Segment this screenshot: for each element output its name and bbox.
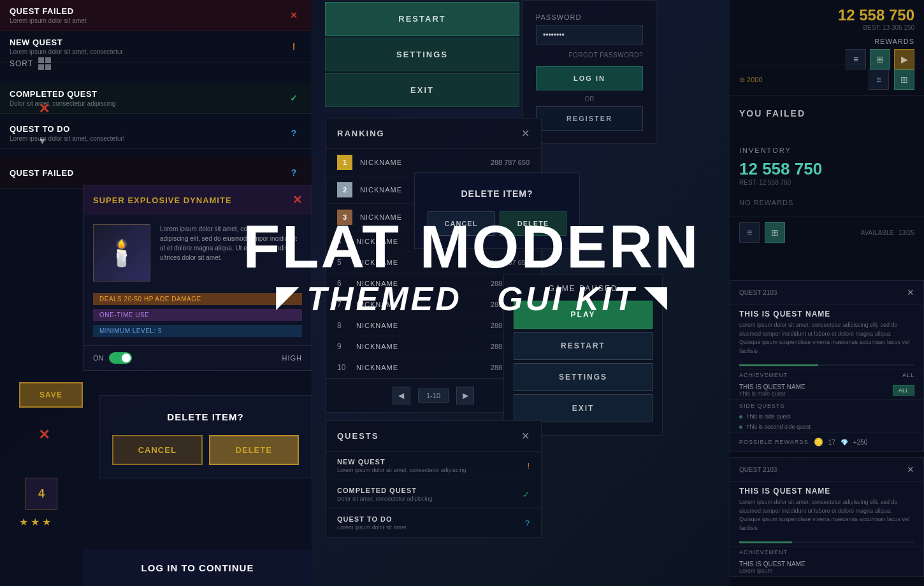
quests-close-button[interactable]: ✕ xyxy=(521,430,530,442)
left-panel: QUEST FAILED Lorem ipsum dolor sit amet … xyxy=(0,0,312,586)
quest-detail-header: QUEST 2103 ✕ xyxy=(730,281,923,304)
icons-row: ⊕ 2000 ≡ ⊞ xyxy=(730,64,924,96)
delete-button[interactable]: DELETE xyxy=(209,435,300,465)
check-icon: ✓ xyxy=(285,89,303,107)
quest-close-button2[interactable]: ✕ xyxy=(907,464,914,475)
rank-badge-silver: 2 xyxy=(337,182,352,197)
list-icon2[interactable]: ≡ xyxy=(869,69,889,90)
quest-close-button[interactable]: ✕ xyxy=(907,287,914,297)
menu-panel: RESTART SETTINGS EXIT xyxy=(325,0,519,109)
list-item[interactable]: COMPLETED QUEST Dolor sit amet, consecte… xyxy=(326,480,541,509)
progress-fill2 xyxy=(739,541,792,543)
game-paused-panel: GAME PAUSED PLAY RESTART SETTINGS EXIT xyxy=(503,274,663,436)
right-panel: 12 558 750 BEST: 13 306 150 REWARDS ≡ ⊞ … xyxy=(730,0,924,586)
cancel-button[interactable]: CANCEL xyxy=(112,435,203,465)
grid-icon3[interactable]: ⊞ xyxy=(765,222,785,243)
exit-button[interactable]: EXIT xyxy=(325,73,519,107)
quests-panel: QUESTS ✕ NEW QUEST Lorem ipsum dolor sit… xyxy=(325,420,542,538)
play-button[interactable]: PLAY xyxy=(514,301,653,329)
list-item[interactable]: This is second side quest xyxy=(730,422,923,432)
toggle-knob xyxy=(122,354,131,362)
list-item[interactable]: This is side quest xyxy=(730,411,923,422)
stars-row: ★ ★ ★ xyxy=(19,516,51,528)
restart-button[interactable]: RESTART xyxy=(325,2,519,36)
coin-icon: 🪙 xyxy=(814,438,823,447)
close-icon[interactable]: ✕ xyxy=(38,101,50,117)
right-icons-row2: ≡ ⊞ AVAILABLE 13/25 xyxy=(730,217,924,248)
question-icon2: ? xyxy=(285,164,303,182)
save-button[interactable]: SAVE xyxy=(19,382,83,408)
star-icon: ★ xyxy=(31,516,40,528)
check-icon: ✓ xyxy=(523,490,530,499)
delete-buttons: CANCEL DELETE xyxy=(428,211,567,236)
register-button[interactable]: REGISTER xyxy=(536,106,643,131)
item-tags: DEALS 20-50 HP AOE DAMAGE ONE-TIME USE M… xyxy=(83,291,312,345)
you-failed-panel: YOU FAILED xyxy=(730,99,924,128)
achievement-row2: THIS IS QUEST NAME Lorem ipsum xyxy=(730,558,923,576)
rank-badge-bronze: 3 xyxy=(337,210,352,225)
grid-icon[interactable] xyxy=(38,57,52,70)
quests-header: QUESTS ✕ xyxy=(326,421,541,452)
list-item[interactable]: QUEST FAILED Lorem ipsum dolor sit amet … xyxy=(0,0,312,31)
ranking-close-button[interactable]: ✕ xyxy=(521,127,530,139)
grid-icon2[interactable]: ⊞ xyxy=(894,69,914,90)
password-input[interactable] xyxy=(536,25,643,45)
available-label: AVAILABLE 13/25 xyxy=(861,229,914,236)
dot-icon xyxy=(739,415,742,418)
prev-page-button[interactable]: ◀ xyxy=(393,387,410,404)
item-detail-header: SUPER EXPLOSIVE DYNAMITE ✕ xyxy=(83,185,312,215)
side-quests-section: SIDE QUESTS xyxy=(730,399,923,411)
achievement-badge[interactable]: ALL xyxy=(893,385,914,396)
progress-bar xyxy=(739,364,914,366)
login-panel: PASSWORD FORGOT PASSWORD? LOG IN OR REGI… xyxy=(523,0,656,144)
progress-fill xyxy=(739,364,818,366)
settings-paused-button[interactable]: SETTINGS xyxy=(514,363,653,391)
exit-paused-button[interactable]: EXIT xyxy=(514,394,653,422)
item-icon: 🕯️ xyxy=(106,238,138,268)
cancel-button-center[interactable]: CANCEL xyxy=(428,211,494,236)
delete-dialog-center: DELETE ITEM? CANCEL DELETE xyxy=(414,172,580,249)
toggle-switch[interactable] xyxy=(109,352,132,364)
dot-icon xyxy=(739,425,742,429)
list-icon3[interactable]: ≡ xyxy=(739,222,760,243)
quest-detail-right: QUEST 2103 ✕ THIS IS QUEST NAME Lorem ip… xyxy=(730,280,924,452)
rank-badge-gold: 1 xyxy=(337,155,352,170)
star-icon: ★ xyxy=(42,516,51,528)
quest-detail-right2: QUEST 2103 ✕ THIS IS QUEST NAME Lorem ip… xyxy=(730,457,924,577)
quest-detail-header2: QUEST 2103 ✕ xyxy=(730,458,923,482)
center-panel: RESTART SETTINGS EXIT PASSWORD FORGOT PA… xyxy=(325,0,726,586)
coin-count: ⊕ 2000 xyxy=(739,76,763,84)
delete-dialog: DELETE ITEM? CANCEL DELETE xyxy=(99,395,312,478)
question-icon: ? xyxy=(525,518,530,528)
question-icon: ? xyxy=(285,124,303,142)
list-item[interactable]: QUEST TO DO Lorem ipsum dolor sit amet ? xyxy=(326,509,541,538)
failed-icon: ✕ xyxy=(285,6,303,24)
delete-button-center[interactable]: DELETE xyxy=(500,211,567,236)
gem-icon: 💎 xyxy=(841,439,848,446)
sort-bar: SORT xyxy=(0,51,92,76)
list-item[interactable]: QUEST TO DO Lorem ipsum dolor sit amet, … xyxy=(0,118,312,149)
close-button[interactable]: ✕ xyxy=(292,193,302,207)
all-achievements-link[interactable]: ALL xyxy=(902,372,914,378)
close-icon-mid[interactable]: ✕ xyxy=(38,427,50,443)
login-continue-panel: LOG IN TO CONTINUE xyxy=(83,550,312,586)
ranking-header: RANKING ✕ xyxy=(326,118,541,149)
table-row[interactable]: 5 NICKNAME 288 787 650 xyxy=(326,252,541,273)
restart-paused-button[interactable]: RESTART xyxy=(514,332,653,360)
settings-button[interactable]: SETTINGS xyxy=(325,38,519,71)
next-page-button[interactable]: ▶ xyxy=(456,387,474,404)
delete-dialog-buttons: CANCEL DELETE xyxy=(112,435,299,465)
login-button[interactable]: LOG IN xyxy=(536,66,643,90)
list-item[interactable]: NEW QUEST Lorem ipsum dolor sit amet, co… xyxy=(326,452,541,480)
chevron-down-icon[interactable]: ▾ xyxy=(40,134,45,148)
progress-bar2 xyxy=(739,541,914,543)
inventory-panel: INVENTORY 12 558 750 REST: 12 558 760 NO… xyxy=(730,140,924,213)
page-indicator: 1-10 xyxy=(418,389,449,403)
achievement-section2: ACHIEVEMENT xyxy=(730,546,923,558)
list-item[interactable]: QUEST FAILED ? xyxy=(0,157,312,189)
star-icon: ★ xyxy=(19,516,28,528)
new-icon: ! xyxy=(285,38,303,55)
achievement-row: THIS IS QUEST NAME This is main quest AL… xyxy=(730,381,923,399)
item-detail-footer: ON HIGH xyxy=(83,345,312,370)
item-image: 🕯️ xyxy=(93,224,150,282)
